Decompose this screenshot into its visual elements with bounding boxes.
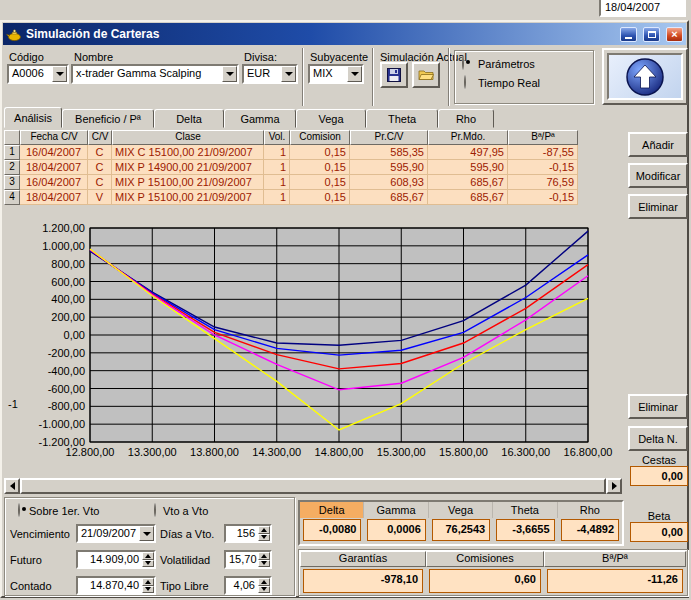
dias-stepper[interactable]: 156 — [224, 524, 272, 543]
tab-theta[interactable]: Theta — [366, 109, 438, 128]
table-cell[interactable]: C — [88, 160, 112, 175]
nombre-label: Nombre — [74, 51, 113, 63]
table-cell[interactable]: 0,15 — [290, 145, 350, 160]
table-cell[interactable]: 16/04/2007 — [20, 145, 88, 160]
table-cell[interactable]: 497,95 — [428, 145, 508, 160]
tab-gamma[interactable]: Gamma — [224, 109, 296, 128]
scroll-left-button[interactable] — [4, 478, 20, 494]
tiempo-real-radio[interactable] — [464, 75, 466, 89]
down-arrow-icon[interactable] — [142, 560, 154, 568]
table-cell[interactable]: 595,90 — [350, 160, 428, 175]
divisa-label: Divisa: — [244, 51, 277, 63]
down-arrow-icon[interactable] — [142, 586, 154, 594]
up-arrow-icon[interactable] — [258, 552, 270, 560]
table-cell[interactable]: -0,15 — [508, 160, 578, 175]
chevron-down-icon[interactable] — [347, 66, 362, 82]
table-cell[interactable]: C — [88, 175, 112, 190]
chevron-down-icon[interactable] — [222, 66, 237, 82]
table-cell[interactable]: 76,59 — [508, 175, 578, 190]
divisa-combo[interactable]: EUR — [242, 64, 298, 84]
tab-vega[interactable]: Vega — [296, 109, 366, 128]
table-cell[interactable]: V — [88, 190, 112, 205]
chevron-down-icon[interactable] — [52, 66, 67, 82]
table-cell[interactable]: -87,55 — [508, 145, 578, 160]
tipo-libre-stepper[interactable]: 4,06 — [224, 576, 272, 595]
table-cell[interactable]: 1 — [264, 190, 290, 205]
sobre-1er-vto-radio[interactable] — [18, 503, 20, 517]
add-button[interactable]: Añadir — [628, 132, 688, 157]
close-button[interactable]: × — [666, 27, 683, 42]
table-cell[interactable]: MIX P 14900,00 21/09/2007 — [112, 160, 264, 175]
row-number[interactable]: 4 — [4, 190, 20, 205]
table-cell[interactable]: 685,67 — [428, 190, 508, 205]
maximize-button[interactable] — [643, 27, 660, 42]
svg-text:600,00: 600,00 — [51, 276, 85, 288]
table-cell[interactable]: 685,67 — [350, 190, 428, 205]
col-header-clase[interactable]: Clase — [112, 130, 264, 145]
table-cell[interactable]: 1 — [264, 145, 290, 160]
down-arrow-icon[interactable] — [258, 534, 270, 542]
up-arrow-icon[interactable] — [258, 578, 270, 586]
col-header-cv[interactable]: C/V — [88, 130, 112, 145]
chevron-down-icon[interactable] — [139, 526, 154, 541]
up-arrow-icon[interactable] — [258, 526, 270, 534]
codigo-combo[interactable]: A0006 — [7, 64, 69, 84]
parametros-radio[interactable] — [462, 56, 464, 70]
futuro-stepper[interactable]: 14.909,00 — [76, 550, 156, 569]
table-cell[interactable]: 608,93 — [350, 175, 428, 190]
col-header-bp[interactable]: Bª/Pª — [508, 130, 578, 145]
tab-rho[interactable]: Rho — [438, 109, 494, 128]
col-header-prmdo[interactable]: Pr.Mdo. — [428, 130, 508, 145]
table-cell[interactable]: C — [88, 145, 112, 160]
tab-delta[interactable]: Delta — [154, 109, 224, 128]
contado-stepper[interactable]: 14.870,40 — [76, 576, 156, 595]
chevron-down-icon[interactable] — [281, 66, 296, 82]
table-cell[interactable]: 16/04/2007 — [20, 175, 88, 190]
col-header-prcv[interactable]: Pr.C/V — [350, 130, 428, 145]
delete-curve-button[interactable]: Eliminar — [628, 394, 688, 419]
delta-n-button[interactable]: Delta N. — [628, 426, 688, 451]
volatilidad-stepper[interactable]: 15,70 — [224, 550, 272, 569]
svg-text:16.300,00: 16.300,00 — [501, 446, 550, 458]
vto-a-vto-radio[interactable] — [154, 503, 156, 517]
row-number[interactable]: 3 — [4, 175, 20, 190]
table-cell[interactable]: MIX C 15100,00 21/09/2007 — [112, 145, 264, 160]
table-cell[interactable]: MIX P 15100,00 21/09/2007 — [112, 175, 264, 190]
modify-button[interactable]: Modificar — [628, 163, 688, 188]
table-cell[interactable]: 1 — [264, 175, 290, 190]
scrollbar-thumb[interactable] — [20, 478, 606, 494]
chart-hscrollbar[interactable] — [4, 478, 622, 494]
up-arrow-icon[interactable] — [142, 578, 154, 586]
down-arrow-icon[interactable] — [258, 586, 270, 594]
open-simulation-button[interactable] — [412, 62, 440, 88]
delete-button[interactable]: Eliminar — [628, 194, 688, 219]
up-arrow-icon[interactable] — [142, 552, 154, 560]
col-header-fecha[interactable]: Fecha C/V — [20, 130, 88, 145]
col-header-vol[interactable]: Vol. — [264, 130, 290, 145]
row-number[interactable]: 1 — [4, 145, 20, 160]
vencimiento-combo[interactable]: 21/09/2007 — [76, 524, 156, 543]
nombre-combo[interactable]: x-trader Gamma Scalping — [71, 64, 239, 84]
down-arrow-icon[interactable] — [258, 560, 270, 568]
table-cell[interactable]: 1 — [264, 160, 290, 175]
minimize-button[interactable] — [620, 27, 637, 42]
col-header-comision[interactable]: Comision — [290, 130, 350, 145]
tab-analisis[interactable]: Análisis — [4, 107, 62, 128]
subyacente-combo[interactable]: MIX — [308, 64, 364, 84]
table-cell[interactable]: 0,15 — [290, 190, 350, 205]
table-cell[interactable]: -0,15 — [508, 190, 578, 205]
table-cell[interactable]: 0,15 — [290, 160, 350, 175]
scroll-right-button[interactable] — [606, 478, 622, 494]
table-cell[interactable]: 585,35 — [350, 145, 428, 160]
table-cell[interactable]: MIX P 15100,00 21/09/2007 — [112, 190, 264, 205]
execute-button[interactable] — [602, 48, 688, 105]
table-cell[interactable]: 685,67 — [428, 175, 508, 190]
table-cell[interactable]: 18/04/2007 — [20, 160, 88, 175]
table-cell[interactable]: 18/04/2007 — [20, 190, 88, 205]
row-number[interactable]: 2 — [4, 160, 20, 175]
table-cell[interactable]: 595,90 — [428, 160, 508, 175]
save-simulation-button[interactable] — [380, 62, 408, 88]
table-cell[interactable]: 0,15 — [290, 175, 350, 190]
date-field[interactable]: 18/04/2007 — [599, 0, 686, 17]
tab-beneficio[interactable]: Beneficio / Pª — [62, 109, 154, 128]
